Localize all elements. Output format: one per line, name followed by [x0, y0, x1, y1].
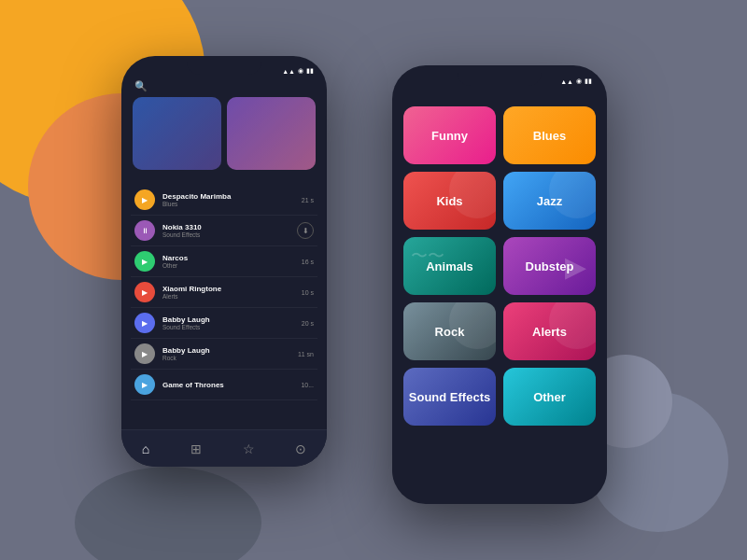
track-name: Game of Thrones [162, 381, 293, 389]
category-label: Jazz [537, 194, 562, 208]
left-status-icons: ▲▲ ◉ ▮▮ [282, 67, 314, 75]
track-genre: Sound Effects [162, 324, 294, 330]
category-card-rock[interactable]: Rock [403, 302, 496, 360]
track-name: Despacito Marimba [162, 192, 294, 201]
right-status-icons: ▲▲ ◉ ▮▮ [560, 77, 592, 85]
track-name: Narcos [162, 254, 294, 262]
category-card-blues[interactable]: Blues [503, 106, 596, 164]
track-duration: 10 s [302, 289, 314, 296]
track-duration: 10... [301, 382, 314, 388]
track-play-icon[interactable]: ▶ [134, 313, 155, 333]
track-duration: 20 s [302, 320, 314, 327]
category-label: Funny [431, 129, 468, 143]
track-genre: Rock [162, 355, 290, 361]
track-item[interactable]: ▶ Babby Laugh Rock 11 sn [131, 339, 317, 370]
track-info: Xiaomi Ringtone Alerts [162, 285, 294, 300]
track-item[interactable]: ⏸ Nokia 3310 Sound Effects ⬇ [131, 216, 317, 246]
category-label: Animals [426, 259, 473, 273]
track-info: Nokia 3310 Sound Effects [162, 223, 289, 238]
track-play-icon[interactable]: ⏸ [134, 220, 155, 241]
track-info: Babby Laugh Rock [162, 346, 290, 361]
track-info: Babby Laugh Sound Effects [162, 315, 294, 330]
banner-editors-choice[interactable] [227, 97, 316, 170]
banner-best-of-february[interactable] [133, 97, 221, 170]
track-genre: Sound Effects [162, 231, 289, 238]
category-card-animals[interactable]: Animals [403, 237, 496, 295]
track-list: ▶ Despacito Marimba Blues 21 s ⏸ Nokia 3… [121, 185, 327, 400]
track-name: Xiaomi Ringtone [162, 285, 294, 293]
nav-favorites-icon[interactable]: ☆ [243, 441, 255, 456]
category-card-sound-effects[interactable]: Sound Effects [403, 368, 496, 426]
categories-grid: FunnyBluesKidsJazzAnimalsDubstepRockAler… [392, 106, 607, 426]
banner-section [121, 91, 327, 175]
bottom-nav: ⌂ ⊞ ☆ ⊙ [121, 429, 327, 467]
track-genre: Other [162, 262, 294, 269]
left-phone-notch [187, 56, 261, 75]
track-genre: Blues [162, 201, 294, 207]
category-label: Sound Effects [409, 390, 490, 404]
track-name: Babby Laugh [162, 346, 290, 355]
track-play-icon[interactable]: ▶ [134, 343, 155, 364]
right-phone: ▲▲ ◉ ▮▮ FunnyBluesKidsJazzAnimalsDubstep… [392, 65, 607, 504]
category-label: Other [533, 390, 566, 404]
bg-shape-blob-left [75, 467, 261, 560]
track-name: Nokia 3310 [162, 223, 289, 231]
trend-section-title [121, 175, 327, 185]
track-name: Babby Laugh [162, 315, 294, 324]
category-label: Alerts [532, 325, 567, 339]
categories-title [392, 91, 607, 106]
track-item[interactable]: ▶ Despacito Marimba Blues 21 s [131, 185, 317, 216]
category-label: Rock [435, 325, 465, 339]
track-duration: 21 s [302, 197, 314, 203]
left-header: 🔍 [121, 80, 327, 91]
category-label: Dubstep [526, 259, 574, 273]
category-card-kids[interactable]: Kids [403, 172, 496, 230]
category-card-funny[interactable]: Funny [403, 106, 496, 164]
category-label: Blues [533, 129, 566, 143]
track-info: Despacito Marimba Blues [162, 192, 294, 207]
track-item[interactable]: ▶ Babby Laugh Sound Effects 20 s [131, 308, 317, 339]
search-icon[interactable]: 🔍 [134, 80, 148, 92]
right-phone-notch [458, 65, 542, 86]
track-info: Narcos Other [162, 254, 294, 269]
left-phone: ▲▲ ◉ ▮▮ 🔍 [121, 56, 327, 467]
nav-home-icon[interactable]: ⌂ [142, 441, 149, 456]
track-download-button[interactable]: ⬇ [297, 222, 314, 239]
category-card-other[interactable]: Other [503, 368, 596, 426]
track-play-icon[interactable]: ▶ [134, 282, 155, 302]
category-card-dubstep[interactable]: Dubstep [503, 237, 596, 295]
track-play-icon[interactable]: ▶ [134, 374, 155, 395]
category-label: Kids [436, 194, 462, 208]
category-card-alerts[interactable]: Alerts [503, 302, 596, 360]
track-duration: 16 s [302, 259, 314, 265]
track-item[interactable]: ▶ Narcos Other 16 s [131, 246, 317, 277]
track-item[interactable]: ▶ Game of Thrones 10... [131, 370, 317, 400]
category-card-jazz[interactable]: Jazz [503, 172, 596, 230]
track-play-icon[interactable]: ▶ [134, 189, 155, 210]
track-duration: 11 sn [298, 351, 314, 357]
track-info: Game of Thrones [162, 381, 293, 389]
track-item[interactable]: ▶ Xiaomi Ringtone Alerts 10 s [131, 277, 317, 308]
track-play-icon[interactable]: ▶ [134, 251, 155, 272]
nav-download-icon[interactable]: ⊙ [295, 441, 306, 456]
track-genre: Alerts [162, 293, 294, 300]
nav-grid-icon[interactable]: ⊞ [190, 441, 202, 456]
